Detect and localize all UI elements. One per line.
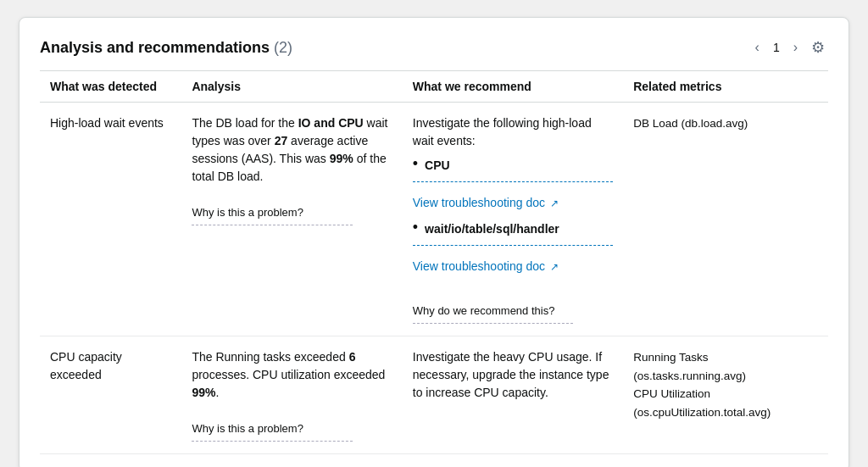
recommend-block-handler: • wait/io/table/sql/handler View trouble… <box>413 220 613 275</box>
why-dashed-line-2 <box>192 441 352 442</box>
recommend-cell-1: Investigate the following high-load wait… <box>403 103 623 336</box>
troubleshoot-link-text-1: View troubleshooting doc <box>413 194 545 212</box>
pagination-prev-button[interactable]: ‹ <box>750 36 765 58</box>
metrics-text-2b: CPU Utilization (os.cpuUtilization.total… <box>633 387 771 419</box>
analysis-cell-2: The Running tasks exceeded 6 processes. … <box>181 336 402 454</box>
pagination-next-button[interactable]: › <box>788 36 803 58</box>
col-header-analysis: Analysis <box>181 71 402 103</box>
why-link-2[interactable]: Why is this a problem? <box>192 420 303 437</box>
analysis-text-2: The Running tasks exceeded 6 processes. … <box>192 350 385 399</box>
why-link-1[interactable]: Why is this a problem? <box>192 204 303 221</box>
metrics-text-2a: Running Tasks (os.tasks.running.avg) <box>633 351 746 382</box>
recommend-intro-1: Investigate the following high-load wait… <box>413 116 592 147</box>
pagination-current: 1 <box>770 41 783 54</box>
bullet-dot-2: • <box>413 219 418 237</box>
settings-icon[interactable]: ⚙ <box>808 35 828 60</box>
external-link-icon-2: ↗ <box>550 259 559 275</box>
recommend-cell-2: Investigate the heavy CPU usage. If nece… <box>403 336 623 454</box>
col-header-detected: What was detected <box>40 71 181 103</box>
analysis-bold-2: 27 <box>275 134 288 147</box>
bullet-item-cpu: • CPU <box>413 157 613 175</box>
metrics-text-1: DB Load (db.load.avg) <box>633 117 748 130</box>
analysis-bold-3: 99% <box>330 152 353 165</box>
analysis-card: Analysis and recommendations (2) ‹ 1 › ⚙… <box>19 17 849 467</box>
bullet-item-handler: • wait/io/table/sql/handler <box>413 220 613 238</box>
table-row: High-load wait events The DB load for th… <box>40 103 828 336</box>
title-count: (2) <box>274 39 292 56</box>
pagination: ‹ 1 › ⚙ <box>750 35 828 60</box>
troubleshoot-link-1[interactable]: View troubleshooting doc ↗ <box>413 194 559 212</box>
cpu-label: CPU <box>425 157 450 175</box>
metrics-cell-2: Running Tasks (os.tasks.running.avg) CPU… <box>623 336 828 454</box>
card-title: Analysis and recommendations (2) <box>40 39 292 57</box>
analysis-cell-1: The DB load for the IO and CPU wait type… <box>181 103 402 336</box>
analysis-text-1: The DB load for the IO and CPU wait type… <box>192 116 387 183</box>
troubleshoot-link-text-2: View troubleshooting doc <box>413 258 545 275</box>
cpu-underline <box>413 181 613 182</box>
handler-underline <box>413 245 613 246</box>
recommend-intro-2: Investigate the heavy CPU usage. If nece… <box>413 350 609 399</box>
detected-cell-1: High-load wait events <box>40 103 181 336</box>
analysis-bold-5: 99% <box>192 386 215 399</box>
recommendations-table: What was detected Analysis What we recom… <box>40 70 828 454</box>
table-header-row: What was detected Analysis What we recom… <box>40 71 828 103</box>
metrics-cell-1: DB Load (db.load.avg) <box>623 103 828 336</box>
why-dashed-line-1 <box>192 225 352 225</box>
recommend-block-cpu: • CPU View troubleshooting doc ↗ <box>413 157 613 212</box>
bullet-dot-1: • <box>413 155 418 174</box>
why-recommend-link-1[interactable]: Why do we recommend this? <box>413 303 555 320</box>
col-header-recommend: What we recommend <box>403 71 623 103</box>
title-text: Analysis and recommendations <box>40 39 270 56</box>
handler-label: wait/io/table/sql/handler <box>425 220 559 238</box>
detected-cell-2: CPU capacity exceeded <box>40 336 181 454</box>
detected-label-1: High-load wait events <box>50 116 164 130</box>
analysis-bold-1: IO and CPU <box>298 116 364 130</box>
why-recommend-dashed-1 <box>413 323 573 324</box>
card-header: Analysis and recommendations (2) ‹ 1 › ⚙ <box>40 35 828 60</box>
troubleshoot-link-2[interactable]: View troubleshooting doc ↗ <box>413 258 559 275</box>
detected-label-2: CPU capacity exceeded <box>50 350 122 381</box>
col-header-metrics: Related metrics <box>623 71 828 103</box>
table-row: CPU capacity exceeded The Running tasks … <box>40 336 828 454</box>
external-link-icon-1: ↗ <box>550 196 559 211</box>
analysis-bold-4: 6 <box>349 350 356 364</box>
